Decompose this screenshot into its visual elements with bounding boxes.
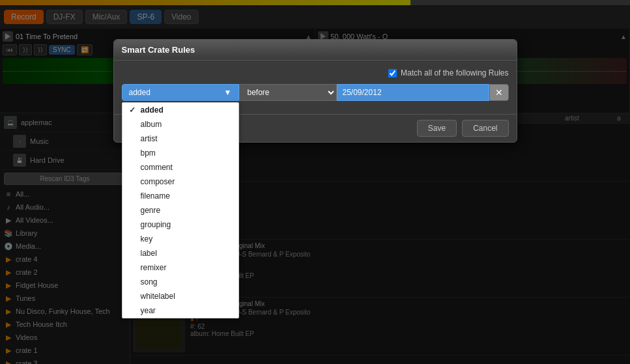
modal-title: Smart Crate Rules <box>122 45 195 55</box>
dropdown-filename[interactable]: filename <box>122 189 238 203</box>
checkmark-icon: ✓ <box>129 105 137 115</box>
remove-rule-button[interactable]: ✕ <box>489 84 509 101</box>
modal-rule-row: added ▼ ✓ added album <box>122 84 509 101</box>
dropdown-bpm[interactable]: bpm <box>122 146 238 160</box>
condition-select[interactable]: beforeafteron <box>239 84 337 101</box>
field-dropdown-button[interactable]: added ▼ <box>122 84 239 101</box>
dropdown-grouping[interactable]: grouping <box>122 217 238 232</box>
dropdown-song[interactable]: song <box>122 275 238 289</box>
dropdown-artist[interactable]: artist <box>122 132 238 146</box>
smart-crate-modal: Smart Crate Rules Match all of the follo… <box>113 39 517 143</box>
save-button[interactable]: Save <box>417 120 457 137</box>
rule-controls: added ▼ ✓ added album <box>122 84 509 101</box>
dropdown-label[interactable]: label <box>122 246 238 260</box>
dropdown-key[interactable]: key <box>122 232 238 246</box>
dropdown-added[interactable]: ✓ added <box>122 103 238 117</box>
dropdown-whitelabel[interactable]: whitelabel <box>122 289 238 303</box>
dropdown-album[interactable]: album <box>122 117 238 132</box>
dropdown-remixer[interactable]: remixer <box>122 260 238 275</box>
dropdown-composer[interactable]: composer <box>122 175 238 189</box>
modal-header: Smart Crate Rules <box>114 40 517 61</box>
modal-body: Match all of the following Rules added ▼… <box>114 61 517 114</box>
cancel-button[interactable]: Cancel <box>462 120 508 137</box>
dropdown-year[interactable]: year <box>122 303 238 318</box>
dropdown-genre[interactable]: genre <box>122 203 238 217</box>
match-all-label: Match all of the following Rules <box>401 68 508 77</box>
date-input[interactable] <box>337 84 489 101</box>
field-dropdown-menu: ✓ added album artist <box>122 102 239 318</box>
match-all-checkbox[interactable] <box>388 69 397 77</box>
dropdown-comment[interactable]: comment <box>122 160 238 175</box>
modal-overlay: Smart Crate Rules Match all of the follo… <box>0 0 630 364</box>
field-dropdown-arrow: ▼ <box>224 88 232 97</box>
field-dropdown-label: added <box>129 88 150 97</box>
match-all-row: Match all of the following Rules <box>122 68 509 77</box>
